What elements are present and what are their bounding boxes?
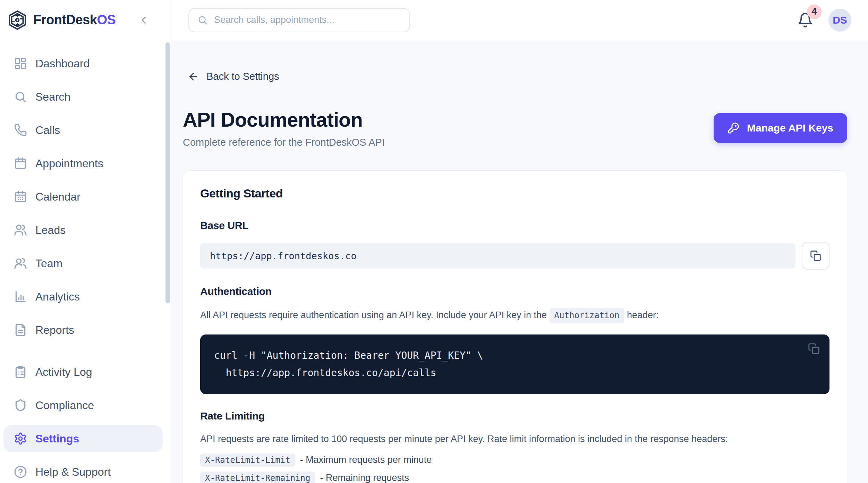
sidebar: FrontDeskOS Dashboard Search Calls [0, 0, 171, 483]
sidebar-item-label: Calendar [35, 190, 80, 203]
sidebar-divider [0, 350, 171, 350]
search-icon [197, 15, 208, 25]
api-doc-card: Getting Started Base URL https://app.fro… [183, 170, 847, 483]
main-content: Back to Settings API Documentation Compl… [171, 40, 868, 483]
rate-limit-headers-list: X-RateLimit-Limit - Maximum requests per… [200, 454, 829, 483]
getting-started-heading: Getting Started [200, 187, 829, 200]
copy-icon [810, 250, 821, 261]
rate-limiting-heading: Rate Limiting [200, 410, 829, 422]
gear-icon [14, 432, 27, 445]
sidebar-item-compliance[interactable]: Compliance [3, 392, 163, 419]
sidebar-header: FrontDeskOS [0, 0, 171, 40]
sidebar-item-dashboard[interactable]: Dashboard [3, 50, 163, 77]
base-url-value: https://app.frontdeskos.co [200, 243, 795, 269]
authentication-text: All API requests require authentication … [200, 308, 829, 323]
sidebar-item-label: Leads [35, 224, 66, 237]
brand-name-primary: FrontDesk [33, 12, 97, 27]
users-icon [14, 223, 27, 237]
key-icon [727, 122, 739, 134]
page-title: API Documentation [183, 108, 385, 131]
topbar-right: 4 DS [797, 9, 851, 32]
brand-name-accent: OS [97, 12, 116, 27]
curl-code-block: curl -H "Authorization: Bearer YOUR_API_… [200, 334, 829, 394]
rate-limiting-text: API requests are rate limited to 100 req… [200, 432, 829, 446]
back-link-label: Back to Settings [206, 71, 279, 82]
page-subtitle: Complete reference for the FrontDeskOS A… [183, 137, 385, 148]
sidebar-item-reports[interactable]: Reports [3, 316, 163, 344]
shield-icon [14, 399, 27, 412]
brand-name: FrontDeskOS [33, 12, 116, 27]
sidebar-item-settings[interactable]: Settings [3, 425, 163, 452]
user-avatar[interactable]: DS [828, 9, 851, 32]
authorization-inline-code: Authorization [550, 308, 624, 323]
sidebar-item-label: Help & Support [35, 466, 111, 478]
sidebar-item-label: Activity Log [35, 366, 92, 379]
sidebar-item-label: Settings [35, 432, 79, 445]
dashboard-icon [14, 57, 27, 70]
auth-text-after: header: [627, 310, 659, 320]
notifications-button[interactable]: 4 [797, 12, 813, 28]
list-item: X-RateLimit-Remaining - Remaining reques… [200, 472, 829, 483]
sidebar-item-appointments[interactable]: Appointments [3, 150, 163, 177]
sidebar-item-calendar[interactable]: Calendar [3, 183, 163, 210]
sidebar-collapse-chevron-icon[interactable] [138, 14, 150, 26]
sidebar-item-leads[interactable]: Leads [3, 217, 163, 244]
authentication-section: Authentication All API requests require … [200, 286, 829, 394]
base-url-heading: Base URL [200, 220, 829, 231]
authentication-heading: Authentication [200, 286, 829, 297]
manage-api-keys-button[interactable]: Manage API Keys [714, 113, 847, 143]
topbar: 4 DS [171, 0, 868, 40]
rate-limit-header-description: - Maximum requests per minute [300, 455, 432, 465]
rate-limit-header-description: - Remaining requests [320, 473, 409, 483]
back-to-settings-link[interactable]: Back to Settings [188, 71, 279, 82]
auth-text-before: All API requests require authentication … [200, 310, 547, 320]
file-text-icon [14, 323, 27, 337]
sidebar-scrollbar[interactable] [165, 42, 170, 303]
calendar-days-icon [14, 190, 27, 203]
search-icon [14, 90, 27, 103]
sidebar-item-label: Team [35, 257, 62, 270]
base-url-row: https://app.frontdeskos.co [200, 242, 829, 270]
copy-base-url-button[interactable] [802, 242, 829, 270]
sidebar-item-label: Compliance [35, 399, 94, 412]
clipboard-list-icon [14, 365, 27, 379]
notification-count-badge: 4 [807, 5, 822, 19]
sidebar-item-label: Search [35, 91, 70, 103]
brand-logo-icon [7, 10, 28, 31]
page-header: API Documentation Complete reference for… [183, 108, 847, 148]
search-input[interactable] [214, 15, 401, 25]
bar-chart-icon [14, 290, 27, 303]
sidebar-nav: Dashboard Search Calls Appointments Cale… [0, 40, 171, 483]
sidebar-item-activity-log[interactable]: Activity Log [3, 358, 163, 385]
list-item: X-RateLimit-Limit - Maximum requests per… [200, 454, 829, 467]
calendar-icon [14, 157, 27, 170]
sidebar-item-calls[interactable]: Calls [3, 117, 163, 144]
sidebar-item-team[interactable]: Team [3, 250, 163, 277]
code-line: https://app.frontdeskos.co/api/calls [214, 364, 788, 382]
sidebar-item-label: Dashboard [35, 57, 90, 70]
code-line: curl -H "Authorization: Bearer YOUR_API_… [214, 347, 788, 364]
sidebar-item-search[interactable]: Search [3, 83, 163, 110]
copy-code-button[interactable] [808, 343, 820, 355]
rate-limiting-section: Rate Limiting API requests are rate limi… [200, 410, 829, 483]
rate-limit-header-code: X-RateLimit-Remaining [200, 472, 315, 483]
phone-icon [14, 124, 27, 137]
sidebar-item-label: Analytics [35, 290, 80, 303]
help-circle-icon [14, 465, 27, 478]
team-icon [14, 257, 27, 270]
sidebar-item-label: Reports [35, 324, 74, 337]
global-search[interactable] [188, 8, 410, 32]
sidebar-item-analytics[interactable]: Analytics [3, 283, 163, 310]
manage-api-keys-label: Manage API Keys [747, 122, 833, 134]
sidebar-item-help-support[interactable]: Help & Support [3, 458, 163, 483]
page-title-block: API Documentation Complete reference for… [183, 108, 385, 148]
sidebar-item-label: Appointments [35, 157, 103, 170]
arrow-left-icon [188, 71, 199, 82]
rate-limit-header-code: X-RateLimit-Limit [200, 454, 295, 467]
sidebar-item-label: Calls [35, 124, 60, 137]
copy-icon [808, 343, 820, 355]
